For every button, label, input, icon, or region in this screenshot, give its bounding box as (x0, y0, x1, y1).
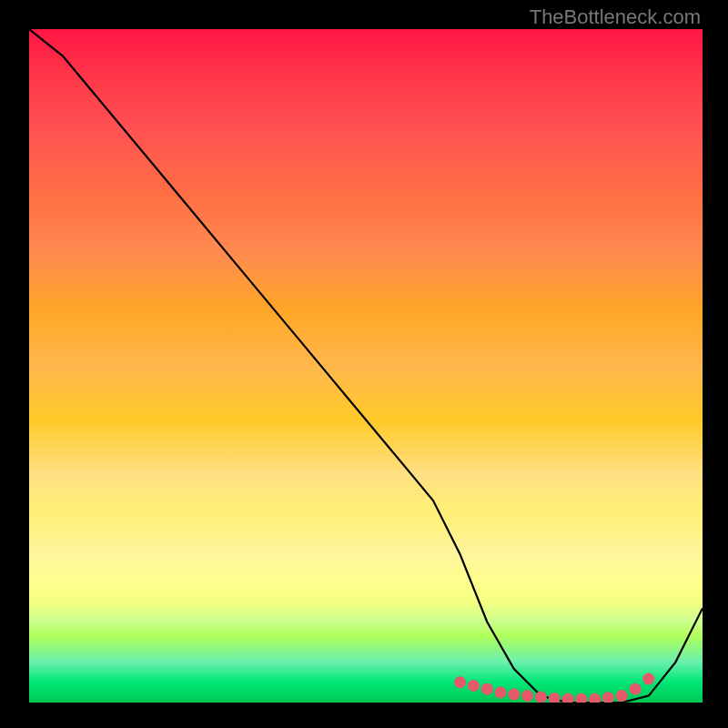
highlight-marker (602, 692, 614, 703)
highlight-marker (642, 673, 654, 685)
highlight-marker (495, 686, 507, 698)
highlight-marker (562, 693, 574, 703)
highlight-marker (575, 693, 587, 703)
curve-svg (29, 29, 703, 703)
bottleneck-curve (29, 29, 703, 703)
highlight-marker (481, 683, 493, 695)
highlight-marker (616, 690, 628, 702)
highlight-marker (454, 676, 466, 688)
watermark-text: TheBottleneck.com (530, 5, 701, 29)
highlight-marker (549, 693, 561, 703)
highlight-marker (535, 692, 547, 703)
highlight-marker (630, 683, 642, 695)
chart-container: TheBottleneck.com (0, 0, 728, 728)
highlight-markers (454, 673, 654, 703)
highlight-marker (589, 693, 601, 703)
highlight-marker (521, 690, 533, 702)
highlight-marker (468, 680, 480, 692)
highlight-marker (508, 689, 520, 701)
